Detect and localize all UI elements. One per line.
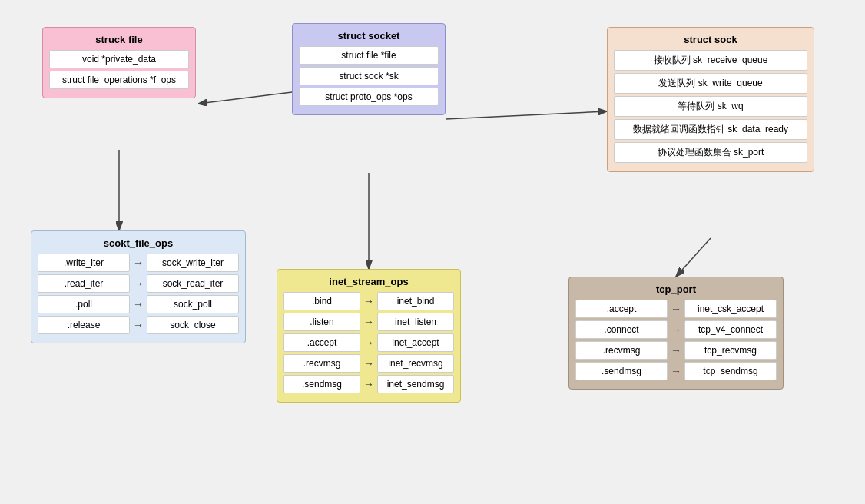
struct-socket-row-0: struct file *file bbox=[299, 46, 439, 65]
svg-line-1 bbox=[198, 92, 292, 104]
scokt-pair-3-right: sock_close bbox=[147, 316, 239, 334]
struck-file-box: struck file void *private_data struct fi… bbox=[42, 27, 196, 98]
struck-file-row-0: void *private_data bbox=[49, 50, 189, 68]
tcp-port-box: tcp_port .accept → inet_csk_accept .conn… bbox=[568, 277, 784, 390]
tcp-pair-0-left: .accept bbox=[575, 300, 668, 318]
struck-file-title: struck file bbox=[49, 34, 189, 45]
scokt-pair-0-left: .write_iter bbox=[38, 254, 130, 272]
arrow-icon-1: → bbox=[133, 277, 144, 290]
tcp-pair-2-left: .recvmsg bbox=[575, 341, 668, 360]
tcp-arrow-3: → bbox=[671, 365, 681, 377]
inet-pair-2-left: .accept bbox=[283, 333, 360, 352]
struct-socket-row-1: struct sock *sk bbox=[299, 67, 439, 85]
struct-socket-title: struct socket bbox=[299, 30, 439, 41]
inet-pair-4-left: .sendmsg bbox=[283, 375, 360, 393]
tcp-port-title: tcp_port bbox=[575, 284, 777, 295]
inet-pair-3-left: .recvmsg bbox=[283, 354, 360, 373]
scokt-pair-1-left: .read_iter bbox=[38, 274, 130, 293]
inet-pair-1-right: inet_listen bbox=[377, 313, 454, 331]
tcp-pair-0-right: inet_csk_accept bbox=[684, 300, 777, 318]
scokt-pair-3-left: .release bbox=[38, 316, 130, 334]
inet-pair-4-right: inet_sendmsg bbox=[377, 375, 454, 393]
inet-pair-3-right: inet_recvmsg bbox=[377, 354, 454, 373]
scokt-pair-1-right: sock_read_iter bbox=[147, 274, 239, 293]
struct-sock-row-3: 数据就绪回调函数指针 sk_data_ready bbox=[614, 119, 807, 140]
scokt-file-ops-title: scokt_file_ops bbox=[38, 237, 239, 249]
inet-pair-3: .recvmsg → inet_recvmsg bbox=[283, 354, 454, 373]
struct-sock-row-0: 接收队列 sk_receive_queue bbox=[614, 50, 807, 71]
inet-pair-2: .accept → inet_accept bbox=[283, 333, 454, 352]
inet-arrow-1: → bbox=[363, 316, 374, 328]
scokt-file-ops-box: scokt_file_ops .write_iter → sock_write_… bbox=[31, 230, 246, 343]
tcp-pair-3: .sendmsg → tcp_sendmsg bbox=[575, 362, 777, 380]
inet-pair-4: .sendmsg → inet_sendmsg bbox=[283, 375, 454, 393]
tcp-pair-3-left: .sendmsg bbox=[575, 362, 668, 380]
tcp-pair-1-left: .connect bbox=[575, 320, 668, 339]
inet-arrow-3: → bbox=[363, 357, 374, 370]
scokt-pair-2-left: .poll bbox=[38, 295, 130, 313]
scokt-file-ops-pair-3: .release → sock_close bbox=[38, 316, 239, 334]
inet-arrow-4: → bbox=[363, 378, 374, 390]
inet-stream-ops-box: inet_stream_ops .bind → inet_bind .liste… bbox=[277, 269, 461, 403]
inet-arrow-0: → bbox=[363, 295, 374, 307]
tcp-pair-2-right: tcp_recvmsg bbox=[684, 341, 777, 360]
struct-sock-row-2: 等待队列 sk_wq bbox=[614, 96, 807, 117]
inet-pair-0: .bind → inet_bind bbox=[283, 292, 454, 310]
tcp-arrow-2: → bbox=[671, 344, 681, 356]
inet-pair-0-right: inet_bind bbox=[377, 292, 454, 310]
svg-line-2 bbox=[446, 111, 607, 119]
tcp-pair-1-right: tcp_v4_connect bbox=[684, 320, 777, 339]
tcp-pair-2: .recvmsg → tcp_recvmsg bbox=[575, 341, 777, 360]
inet-pair-1: .listen → inet_listen bbox=[283, 313, 454, 331]
diagram: struck file void *private_data struct fi… bbox=[0, 0, 865, 504]
struct-sock-title: struct sock bbox=[614, 34, 807, 45]
inet-pair-1-left: .listen bbox=[283, 313, 360, 331]
struct-socket-row-2: struct proto_ops *ops bbox=[299, 88, 439, 106]
tcp-pair-0: .accept → inet_csk_accept bbox=[575, 300, 777, 318]
struck-file-row-1: struct file_operations *f_ops bbox=[49, 71, 189, 89]
struct-sock-row-1: 发送队列 sk_write_queue bbox=[614, 73, 807, 94]
struct-sock-box: struct sock 接收队列 sk_receive_queue 发送队列 s… bbox=[607, 27, 814, 172]
scokt-file-ops-pair-0: .write_iter → sock_write_iter bbox=[38, 254, 239, 272]
inet-pair-0-left: .bind bbox=[283, 292, 360, 310]
inet-pair-2-right: inet_accept bbox=[377, 333, 454, 352]
scokt-pair-2-right: sock_poll bbox=[147, 295, 239, 313]
tcp-arrow-1: → bbox=[671, 323, 681, 336]
scokt-file-ops-pair-1: .read_iter → sock_read_iter bbox=[38, 274, 239, 293]
scokt-file-ops-pair-2: .poll → sock_poll bbox=[38, 295, 239, 313]
tcp-arrow-0: → bbox=[671, 303, 681, 315]
inet-arrow-2: → bbox=[363, 337, 374, 349]
scokt-pair-0-right: sock_write_iter bbox=[147, 254, 239, 272]
tcp-pair-1: .connect → tcp_v4_connect bbox=[575, 320, 777, 339]
arrow-icon-3: → bbox=[133, 319, 144, 331]
arrow-icon-0: → bbox=[133, 257, 144, 269]
struct-socket-box: struct socket struct file *file struct s… bbox=[292, 23, 446, 115]
svg-line-5 bbox=[676, 238, 711, 277]
tcp-pair-3-right: tcp_sendmsg bbox=[684, 362, 777, 380]
struct-sock-row-4: 协议处理函数集合 sk_port bbox=[614, 142, 807, 163]
inet-stream-ops-title: inet_stream_ops bbox=[283, 276, 454, 287]
arrow-icon-2: → bbox=[133, 298, 144, 310]
